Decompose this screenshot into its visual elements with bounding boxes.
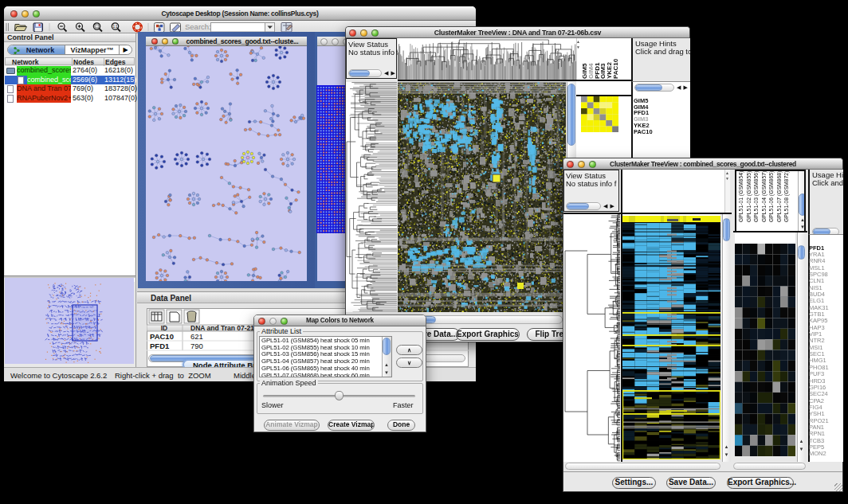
svg-text:Search:: Search: — [185, 22, 211, 31]
svg-text:PAC10: PAC10 — [150, 332, 174, 341]
svg-text:PFD1: PFD1 — [150, 342, 170, 350]
svg-text:621: 621 — [190, 332, 203, 341]
svg-text:ID: ID — [161, 324, 168, 332]
svg-text:790: 790 — [190, 342, 203, 350]
svg-text:1:1: 1:1 — [113, 25, 119, 29]
